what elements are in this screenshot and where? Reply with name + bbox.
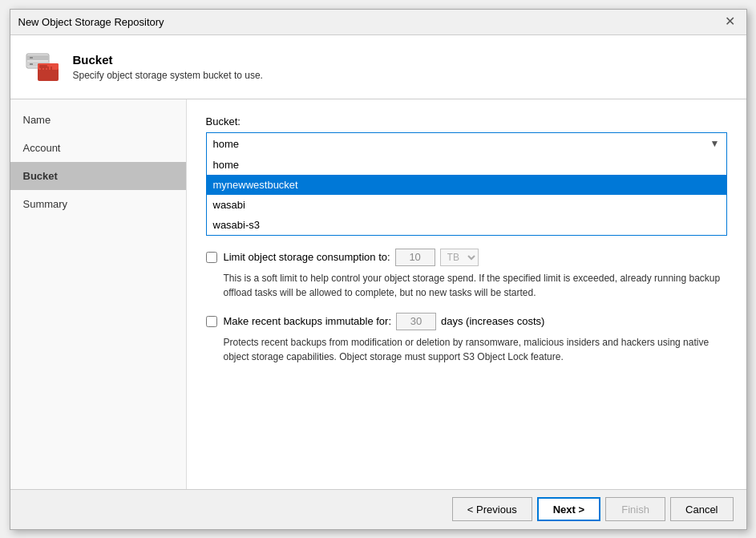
page-subtitle: Specify object storage system bucket to … [73,70,263,81]
sidebar: Name Account Bucket Summary [10,99,187,489]
limit-checkbox-label: Limit object storage consumption to: TB … [224,249,479,266]
limit-checkbox-row: Limit object storage consumption to: TB … [206,249,727,266]
previous-button[interactable]: < Previous [452,497,532,521]
bucket-dropdown[interactable]: home ▼ [206,132,727,155]
limit-value-input[interactable] [395,249,435,266]
sidebar-item-bucket[interactable]: Bucket [10,162,186,190]
storage-icon [23,47,62,86]
svg-rect-11 [51,67,52,75]
bucket-dropdown-container: home ▼ home mynewwestbucket wasabi wasab… [206,132,727,236]
sidebar-item-name[interactable]: Name [10,106,186,134]
sidebar-item-summary[interactable]: Summary [10,190,186,218]
finish-button[interactable]: Finish [605,497,665,521]
svg-rect-10 [47,67,49,75]
immutable-checkbox-label: Make recent backups immutable for: days … [224,313,545,330]
dropdown-option-wasabi-s3[interactable]: wasabi-s3 [207,215,726,235]
footer: < Previous Next > Finish Cancel [10,489,746,529]
bucket-selected-value: home [213,138,710,150]
dialog: New Object Storage Repository ✕ [10,9,747,530]
limit-description: This is a soft limit to help control you… [224,271,727,300]
dropdown-option-wasabi[interactable]: wasabi [207,195,726,215]
immutable-value-input[interactable] [396,313,436,330]
svg-rect-4 [30,63,33,65]
main-content: Bucket: home ▼ home mynewwestbucket wasa… [187,99,746,489]
titlebar: New Object Storage Repository ✕ [10,10,746,35]
header-text: Bucket Specify object storage system buc… [73,53,263,81]
dialog-title: New Object Storage Repository [18,16,164,28]
svg-rect-2 [30,57,33,59]
immutable-checkbox[interactable] [206,316,217,327]
page-title: Bucket [73,53,263,67]
svg-rect-8 [41,67,42,75]
next-button[interactable]: Next > [537,497,600,521]
close-button[interactable]: ✕ [722,14,738,30]
svg-rect-7 [39,65,47,68]
dropdown-option-home[interactable]: home [207,155,726,175]
body-section: Name Account Bucket Summary Bucket: home… [10,99,746,489]
bucket-field-label: Bucket: [206,115,727,127]
bucket-dropdown-list: home mynewwestbucket wasabi wasabi-s3 [206,155,727,236]
dropdown-option-mynewwestbucket[interactable]: mynewwestbucket [207,175,726,195]
immutable-checkbox-row: Make recent backups immutable for: days … [206,313,727,330]
cancel-button[interactable]: Cancel [670,497,733,521]
header-section: Bucket Specify object storage system buc… [10,35,746,99]
svg-rect-9 [44,67,46,75]
sidebar-item-account[interactable]: Account [10,134,186,162]
dropdown-arrow-icon: ▼ [710,138,720,149]
immutable-description: Protects recent backups from modificatio… [224,335,727,364]
limit-checkbox[interactable] [206,252,217,263]
limit-unit-dropdown[interactable]: TB GB [440,249,479,266]
